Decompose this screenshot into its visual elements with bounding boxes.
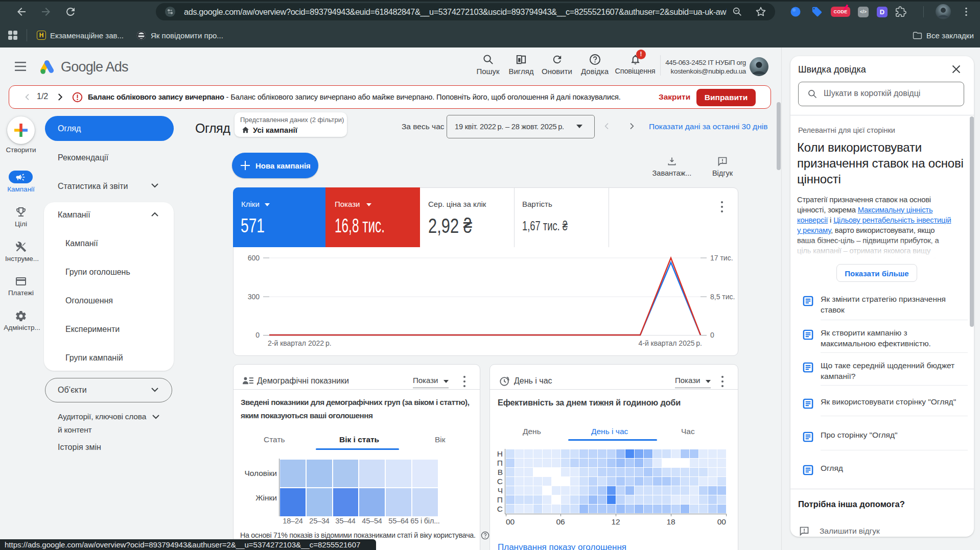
svg-text:2-й квартал 2022 р.: 2-й квартал 2022 р. [268, 339, 332, 347]
svg-text:0: 0 [710, 331, 714, 339]
svg-text:17 тис.: 17 тис. [710, 254, 733, 262]
svg-text:600: 600 [248, 254, 260, 262]
svg-text:16,8 тис.: 16,8 тис. [335, 215, 385, 236]
svg-text:1,67 тис. ₴: 1,67 тис. ₴ [522, 218, 568, 233]
svg-text:4-й квартал 2025 р.: 4-й квартал 2025 р. [638, 339, 702, 347]
svg-text:8,5 тис.: 8,5 тис. [710, 293, 735, 301]
svg-text:571: 571 [241, 215, 265, 236]
svg-text:0: 0 [255, 331, 260, 339]
svg-text:300: 300 [248, 293, 260, 301]
svg-text:2,92 ₴: 2,92 ₴ [428, 214, 472, 237]
